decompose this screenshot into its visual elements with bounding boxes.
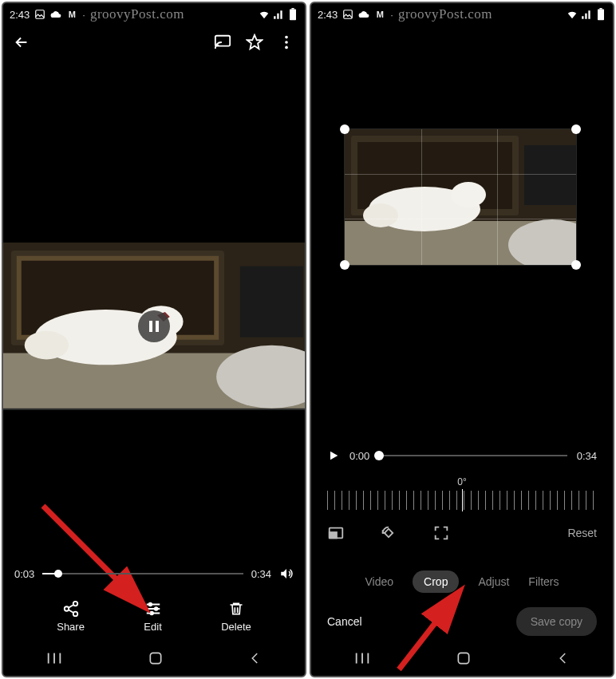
edit-label: Edit: [144, 621, 161, 633]
home-button[interactable]: [456, 650, 472, 669]
share-button[interactable]: Share: [57, 600, 85, 633]
crop-frame[interactable]: [345, 129, 576, 265]
crop-handle-br[interactable]: [571, 260, 581, 270]
svg-point-4: [285, 36, 288, 39]
play-row: 0:00 0:34: [311, 449, 613, 462]
overflow-icon[interactable]: [278, 34, 295, 51]
signal-icon: [273, 9, 284, 20]
svg-point-17: [73, 602, 77, 606]
clock: 2:43: [318, 9, 338, 21]
aspect-ratio-icon[interactable]: [327, 524, 345, 542]
battery-icon: [287, 9, 298, 20]
cloud-icon: [358, 9, 369, 20]
wifi-icon: [567, 9, 578, 20]
crop-handle-tr[interactable]: [571, 124, 581, 134]
dot-icon: ·: [82, 9, 85, 21]
svg-point-21: [154, 607, 157, 610]
top-bar: [3, 26, 305, 59]
home-button[interactable]: [148, 650, 164, 669]
rotation-value: 0°: [311, 476, 613, 488]
svg-rect-2: [291, 8, 294, 10]
edit-scrubber[interactable]: [379, 455, 567, 456]
edit-tabs: Video Crop Adjust Filters: [322, 570, 602, 593]
tab-video[interactable]: Video: [365, 575, 394, 588]
svg-rect-12: [240, 266, 303, 338]
svg-rect-29: [599, 8, 602, 10]
image-icon: [34, 9, 45, 20]
expand-icon[interactable]: [432, 524, 450, 542]
svg-rect-46: [458, 653, 468, 663]
svg-rect-1: [290, 10, 296, 21]
edit-button[interactable]: Edit: [144, 600, 161, 633]
svg-point-6: [285, 46, 288, 49]
cloud-icon: [50, 9, 61, 20]
tab-filters[interactable]: Filters: [528, 575, 559, 588]
svg-point-5: [285, 41, 288, 44]
phone-right: 2:43 M · groovyPost.com: [310, 2, 614, 677]
image-icon: [342, 9, 353, 20]
play-button[interactable]: [327, 449, 340, 462]
status-bar: 2:43 M · groovyPost.com: [311, 3, 613, 26]
recents-button[interactable]: [45, 651, 63, 669]
delete-label: Delete: [221, 621, 251, 633]
android-navbar: [3, 644, 305, 676]
cast-icon[interactable]: [214, 34, 231, 51]
volume-icon[interactable]: [279, 566, 294, 581]
svg-point-18: [64, 606, 69, 611]
tab-adjust[interactable]: Adjust: [478, 575, 509, 588]
svg-rect-0: [36, 10, 45, 19]
crop-tool-row: Reset: [311, 524, 613, 542]
crop-canvas[interactable]: [311, 81, 613, 337]
watermark: groovyPost.com: [90, 6, 184, 22]
pause-button[interactable]: [138, 310, 170, 342]
dot-icon: ·: [390, 9, 393, 21]
delete-button[interactable]: Delete: [221, 600, 251, 633]
cancel-button[interactable]: Cancel: [327, 615, 362, 628]
save-copy-button[interactable]: Save copy: [516, 607, 597, 636]
svg-point-19: [73, 612, 77, 617]
video-scrubber[interactable]: [42, 573, 243, 574]
back-nav-button[interactable]: [556, 651, 571, 669]
svg-rect-26: [150, 653, 160, 663]
watermark: groovyPost.com: [398, 6, 492, 22]
rotate-icon[interactable]: [380, 524, 397, 542]
svg-rect-28: [598, 10, 604, 21]
phone-left: 2:43 M · groovyPost.com: [2, 2, 306, 677]
svg-rect-40: [330, 532, 337, 538]
back-icon[interactable]: [13, 34, 30, 51]
status-bar: 2:43 M · groovyPost.com: [3, 3, 305, 26]
svg-rect-41: [385, 529, 393, 537]
rotation-ruler[interactable]: [327, 491, 597, 510]
mail-icon: M: [66, 9, 77, 20]
time-current: 0:03: [14, 568, 34, 580]
video-scrubber-row: 0:03 0:34: [3, 566, 305, 581]
recents-button[interactable]: [353, 651, 371, 669]
crop-handle-bl[interactable]: [340, 260, 349, 270]
crop-handle-tl[interactable]: [340, 124, 349, 134]
action-row: Share Edit Delete: [3, 592, 305, 644]
time-total: 0:34: [251, 568, 271, 580]
back-nav-button[interactable]: [248, 651, 263, 669]
share-label: Share: [57, 621, 85, 633]
signal-icon: [581, 9, 592, 20]
video-frame[interactable]: [3, 243, 305, 410]
svg-point-22: [150, 612, 153, 615]
svg-rect-27: [344, 10, 353, 19]
svg-point-14: [25, 331, 69, 360]
tab-crop[interactable]: Crop: [413, 570, 459, 593]
android-navbar: [311, 644, 613, 676]
clock: 2:43: [10, 9, 30, 21]
crop-grid: [345, 129, 576, 265]
time-current: 0:00: [349, 450, 369, 462]
time-total: 0:34: [577, 450, 597, 462]
star-icon[interactable]: [246, 34, 263, 51]
svg-point-20: [148, 603, 152, 606]
bottom-row: Cancel Save copy: [311, 593, 613, 644]
battery-icon: [595, 9, 606, 20]
mail-icon: M: [374, 9, 385, 20]
wifi-icon: [259, 9, 270, 20]
reset-button[interactable]: Reset: [567, 527, 597, 539]
